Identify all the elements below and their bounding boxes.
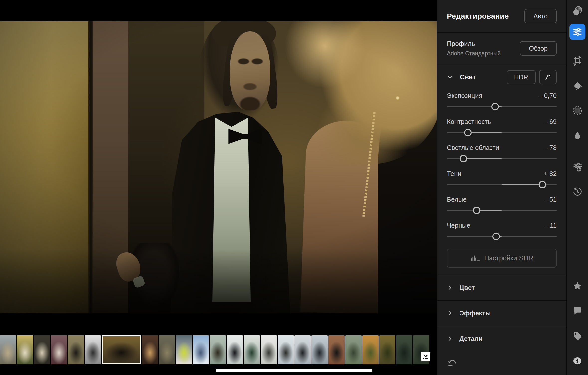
light-section-title[interactable]: Свет — [460, 73, 476, 81]
section-color-label: Цвет — [459, 284, 475, 292]
eraser-tool-icon[interactable] — [572, 80, 583, 91]
slider-row-contrast: Контрастность– 69 — [447, 118, 557, 136]
highlights-value: – 78 — [544, 144, 557, 152]
slider-row-shadows: Тени+ 82 — [447, 170, 557, 188]
thumbnail-blonde-woman[interactable] — [142, 335, 158, 364]
light-sliders: Экспозиция– 0,70Контрастность– 69Светлые… — [447, 92, 557, 240]
thumbnail-man-camo-boat[interactable] — [345, 335, 362, 364]
thumbnail-forest-green[interactable] — [396, 335, 412, 364]
thumbnail-woman-storefront[interactable] — [34, 335, 50, 364]
thumbnail-street-fashion[interactable] — [0, 335, 16, 364]
contrast-label: Контрастность — [447, 118, 491, 126]
exposure-slider[interactable] — [447, 103, 557, 110]
photo-vignette — [0, 21, 437, 313]
chevron-right-icon — [447, 310, 453, 316]
thumbnail-winter-woman-black[interactable] — [227, 335, 243, 364]
filmstrip — [0, 335, 437, 364]
slider-row-exposure: Экспозиция– 0,70 — [447, 92, 557, 110]
lens-blur-tool-icon[interactable] — [572, 130, 583, 141]
blacks-slider[interactable] — [447, 233, 557, 240]
highlights-label: Светлые области — [447, 144, 499, 152]
sdr-settings-label: Настройки SDR — [484, 254, 533, 262]
whites-slider-handle[interactable] — [473, 207, 480, 214]
panel-header: Редактирование Авто — [437, 0, 566, 33]
thumbnail-woman-fountain[interactable] — [68, 335, 84, 364]
thumbnail-women-floral[interactable] — [17, 335, 33, 364]
contrast-value: – 69 — [544, 118, 557, 126]
profile-browse-button[interactable]: Обзор — [520, 41, 557, 56]
highlights-slider-handle[interactable] — [460, 155, 467, 162]
tone-curve-button[interactable] — [539, 70, 557, 84]
whites-value: – 51 — [544, 196, 557, 203]
thumbnail-winter-church[interactable] — [278, 335, 294, 364]
filmstrip-collapse-icon — [422, 353, 429, 360]
thumbnail-woman-portrait-maroon[interactable] — [51, 335, 67, 364]
profile-value: Adobe Стандартный — [447, 50, 501, 57]
slider-row-highlights: Светлые области– 78 — [447, 144, 557, 162]
shadows-slider[interactable] — [447, 181, 557, 188]
contrast-slider[interactable] — [447, 129, 557, 136]
heal-tool-icon[interactable] — [572, 5, 583, 17]
edit-panel: Редактирование Авто Профиль Adobe Станда… — [437, 0, 566, 375]
exposure-slider-handle[interactable] — [491, 103, 499, 110]
slider-row-blacks: Черные– 11 — [447, 222, 557, 240]
profile-label: Профиль — [447, 40, 501, 48]
shadows-slider-handle[interactable] — [539, 181, 546, 188]
tool-rail — [566, 0, 588, 375]
thumbnail-sailor-hivis[interactable] — [176, 335, 192, 364]
shadows-value: + 82 — [544, 170, 557, 178]
contrast-slider-handle[interactable] — [464, 129, 472, 136]
section-details-label: Детали — [459, 335, 483, 343]
thumbnail-winter-fur-portrait[interactable] — [294, 335, 311, 364]
chevron-right-icon — [447, 285, 453, 291]
comments-icon[interactable] — [572, 305, 583, 317]
info-icon[interactable] — [572, 355, 583, 367]
tone-curve-icon — [544, 73, 552, 81]
chevron-down-icon[interactable] — [447, 74, 453, 80]
thumbnail-couple-bw[interactable] — [85, 335, 101, 364]
thumbnail-autumn-field[interactable] — [379, 335, 395, 364]
exposure-label: Экспозиция — [447, 92, 482, 100]
masking-tool-icon[interactable] — [572, 105, 583, 116]
crop-tool-icon[interactable] — [572, 55, 583, 66]
paste-settings-icon[interactable] — [572, 161, 583, 173]
thumbnail-winter-branches[interactable] — [311, 335, 328, 364]
blacks-label: Черные — [447, 222, 470, 229]
exposure-value: – 0,70 — [539, 92, 557, 100]
section-effects-label: Эффекты — [459, 309, 491, 317]
filmstrip-scrollbar[interactable] — [216, 369, 372, 372]
thumbnail-man-on-boat[interactable] — [193, 335, 209, 364]
undo-icon[interactable] — [447, 357, 458, 368]
thumbnail-man-dog-autumn[interactable] — [362, 335, 379, 364]
section-details[interactable]: Детали — [437, 326, 566, 351]
auto-button[interactable]: Авто — [524, 9, 557, 23]
thumbnail-winter-street[interactable] — [261, 335, 277, 364]
hdr-button[interactable]: HDR — [507, 70, 536, 84]
light-section: Свет HDR Экспозиция– 0,70Контрастность– … — [437, 64, 566, 275]
whites-slider[interactable] — [447, 207, 557, 214]
chevron-right-icon — [447, 336, 453, 342]
history-icon[interactable] — [572, 186, 583, 198]
histogram-icon — [470, 254, 480, 262]
thumbnail-winter-woman-fur[interactable] — [210, 335, 226, 364]
shadows-label: Тени — [447, 170, 461, 178]
thumbnail-man-with-cat[interactable] — [159, 335, 175, 364]
thumbnail-man-tuxedo[interactable] — [102, 335, 141, 364]
edit-tool-icon[interactable] — [569, 24, 585, 40]
blacks-value: – 11 — [544, 222, 557, 229]
whites-label: Белые — [447, 196, 467, 203]
section-color[interactable]: Цвет — [437, 275, 566, 301]
slider-row-whites: Белые– 51 — [447, 196, 557, 214]
filmstrip-collapse-button[interactable] — [421, 352, 430, 361]
section-effects[interactable]: Эффекты — [437, 301, 566, 326]
photo-canvas[interactable] — [0, 21, 437, 313]
highlights-slider[interactable] — [447, 155, 557, 162]
keywords-tag-icon[interactable] — [572, 330, 583, 342]
star-rating-icon[interactable] — [572, 280, 583, 292]
thumbnail-snowy-trees[interactable] — [244, 335, 260, 364]
sdr-settings-button[interactable]: Настройки SDR — [447, 249, 557, 268]
page-title: Редактирование — [447, 12, 509, 20]
blacks-slider-handle[interactable] — [492, 233, 500, 240]
thumbnail-man-brick-wall[interactable] — [328, 335, 345, 364]
profile-row: Профиль Adobe Стандартный Обзор — [437, 33, 566, 64]
